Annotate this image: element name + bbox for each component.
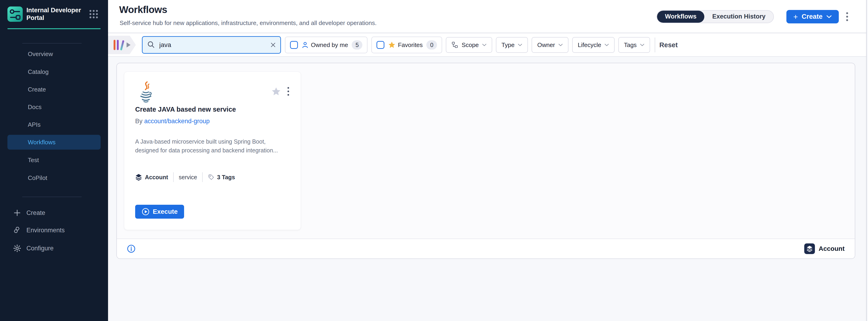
owned-by-me-checkbox[interactable]	[290, 41, 298, 49]
sidebar-divider-bottom	[22, 197, 82, 197]
sidebar-item-test[interactable]: Test	[7, 153, 101, 168]
sidebar-item-label: Create	[28, 86, 46, 93]
workflow-title: Create JAVA based new service	[135, 106, 236, 113]
sidebar-item-copilot[interactable]: CoPilot	[7, 171, 101, 185]
chevron-down-icon	[604, 43, 609, 46]
sidebar-divider-top	[22, 43, 82, 43]
type-value: service	[179, 174, 197, 181]
scope-dropdown[interactable]: Scope	[446, 37, 492, 53]
owned-count-badge: 5	[352, 40, 362, 49]
apps-grid-icon[interactable]	[90, 10, 98, 18]
execute-button-label: Execute	[153, 208, 178, 215]
tags-dropdown-label: Tags	[624, 41, 637, 49]
header-actions: Workflows Execution History + Create	[657, 0, 849, 33]
lifecycle-dropdown[interactable]: Lifecycle	[572, 37, 615, 53]
sidebar-item-label: APIs	[28, 121, 40, 128]
favorite-star-icon[interactable]	[271, 86, 281, 96]
clear-icon[interactable]	[270, 42, 276, 48]
type-dropdown[interactable]: Type	[496, 37, 528, 53]
panel-footer: Account	[117, 239, 855, 258]
view-toggle: Workflows Execution History	[657, 10, 774, 23]
sidebar-item-label: Overview	[28, 50, 53, 58]
favorites-filter[interactable]: Favorites 0	[371, 37, 442, 53]
person-icon	[302, 41, 309, 48]
content-area: Create JAVA based new service By account…	[108, 57, 866, 321]
sidebar-item-create[interactable]: Create	[7, 82, 101, 97]
page-title: Workflows	[119, 4, 167, 15]
account-scope-label: Account	[818, 245, 845, 252]
execute-button[interactable]: Execute	[135, 205, 184, 219]
type-dropdown-label: Type	[501, 41, 515, 49]
sidebar-item-apis[interactable]: APIs	[7, 117, 101, 132]
expand-play-icon	[127, 42, 130, 47]
workflows-panel: Create JAVA based new service By account…	[116, 63, 855, 259]
owner-dropdown[interactable]: Owner	[532, 37, 568, 53]
meta-divider	[202, 172, 203, 182]
chevron-down-icon	[640, 43, 645, 46]
library-books-icon	[113, 39, 124, 50]
star-icon	[388, 41, 396, 49]
tags-dropdown[interactable]: Tags	[618, 37, 650, 53]
reset-filters-button[interactable]: Reset	[659, 41, 678, 49]
filter-panel-handle[interactable]	[108, 36, 136, 54]
by-prefix: By	[135, 118, 144, 124]
scope-value: Account	[145, 174, 168, 181]
owned-by-me-label: Owned by me	[311, 41, 348, 49]
sidebar-environments-label: Environments	[26, 227, 65, 234]
info-icon[interactable]	[127, 245, 135, 253]
plus-icon	[13, 209, 21, 217]
sidebar-item-docs[interactable]: Docs	[7, 100, 101, 114]
card-kebab-menu-icon[interactable]	[286, 86, 290, 97]
account-scope-badge[interactable]: Account	[804, 243, 845, 254]
workflow-description: A Java-based microservice built using Sp…	[135, 137, 287, 155]
portal-title: Internal Developer Portal	[26, 6, 84, 22]
sidebar-create-button[interactable]: Create	[7, 206, 101, 220]
meta-divider	[173, 172, 174, 182]
lifecycle-dropdown-label: Lifecycle	[578, 41, 601, 49]
filter-divider	[655, 38, 655, 52]
scope-tree-icon	[452, 41, 458, 48]
page-header: Workflows Self-service hub for new appli…	[108, 0, 866, 33]
plus-icon: +	[793, 13, 798, 21]
chevron-down-icon	[482, 43, 487, 46]
sidebar: Internal Developer Portal Overview Catal…	[0, 0, 108, 321]
search-input[interactable]	[142, 36, 281, 54]
sidebar-item-label: Catalog	[28, 68, 49, 75]
sidebar-configure-label: Configure	[26, 245, 54, 252]
card-actions	[271, 86, 290, 97]
gear-icon	[13, 244, 21, 252]
owner-dropdown-label: Owner	[537, 41, 555, 49]
sidebar-configure-button[interactable]: Configure	[7, 241, 101, 255]
sidebar-item-label: Test	[28, 156, 39, 164]
tab-workflows[interactable]: Workflows	[657, 11, 704, 23]
play-circle-icon	[142, 208, 150, 216]
chevron-down-icon	[518, 43, 522, 46]
favorites-label: Favorites	[398, 41, 423, 49]
app: Internal Developer Portal Overview Catal…	[0, 0, 868, 321]
sidebar-item-label: Docs	[28, 104, 41, 111]
workflow-owner-row: By account/backend-group	[135, 118, 210, 125]
main-area: Workflows Self-service hub for new appli…	[108, 0, 868, 321]
layers-icon	[804, 243, 815, 254]
workflow-card[interactable]: Create JAVA based new service By account…	[124, 72, 301, 230]
favorites-checkbox[interactable]	[376, 41, 384, 49]
filter-bar: Owned by me 5 Favorites 0	[108, 34, 866, 57]
owned-by-me-filter[interactable]: Owned by me 5	[285, 37, 368, 53]
header-kebab-menu-icon[interactable]	[845, 11, 849, 23]
scope-dropdown-label: Scope	[462, 41, 479, 49]
sidebar-item-label: Workflows	[28, 139, 55, 146]
layers-icon	[135, 174, 142, 181]
sidebar-item-catalog[interactable]: Catalog	[7, 64, 101, 79]
tab-execution-history[interactable]: Execution History	[704, 11, 773, 23]
sidebar-item-overview[interactable]: Overview	[7, 46, 101, 61]
search-icon	[147, 40, 155, 49]
sidebar-item-workflows[interactable]: Workflows	[7, 135, 101, 150]
chevron-down-icon	[558, 43, 563, 46]
owner-link[interactable]: account/backend-group	[144, 118, 210, 124]
tags-count: 3 Tags	[217, 174, 235, 181]
sidebar-environments-button[interactable]: Environments	[7, 223, 101, 238]
sidebar-item-label: CoPilot	[28, 174, 47, 182]
create-button[interactable]: + Create	[786, 10, 839, 24]
scrollbar[interactable]	[866, 0, 867, 321]
create-button-label: Create	[802, 13, 823, 21]
